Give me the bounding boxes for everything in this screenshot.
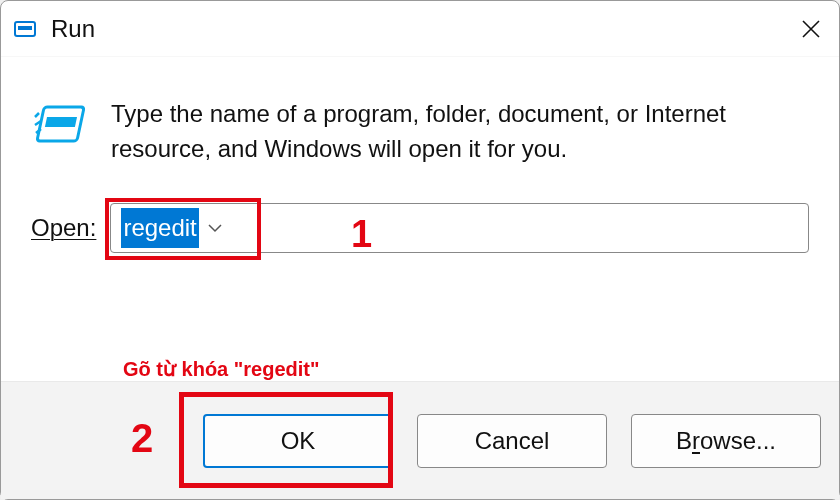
combo-wrapper: regedit [110, 203, 809, 253]
svg-rect-3 [45, 117, 77, 127]
open-input-selected-text[interactable]: regedit [121, 208, 198, 248]
browse-button-label: Browse... [676, 427, 776, 455]
browse-button[interactable]: Browse... [631, 414, 821, 468]
dialog-title: Run [51, 15, 827, 43]
run-dialog: Run Type the name of a program, folder, … [0, 0, 840, 500]
run-icon [31, 103, 87, 147]
dialog-content: Type the name of a program, folder, docu… [1, 57, 839, 381]
chevron-down-icon[interactable] [207, 219, 223, 237]
close-button[interactable] [789, 7, 833, 51]
open-combobox[interactable]: regedit [110, 203, 809, 253]
annotation-callout-2: 2 [131, 416, 153, 461]
ok-button[interactable]: OK [203, 414, 393, 468]
svg-rect-1 [18, 26, 32, 30]
annotation-hint: Gõ từ khóa "regedit" [123, 357, 319, 381]
cancel-button[interactable]: Cancel [417, 414, 607, 468]
titlebar: Run [1, 1, 839, 57]
annotation-callout-1: 1 [351, 213, 372, 256]
run-title-icon [13, 17, 37, 41]
dialog-footer: OK Cancel Browse... [1, 381, 839, 499]
cancel-button-label: Cancel [475, 427, 550, 455]
description-row: Type the name of a program, folder, docu… [31, 97, 809, 167]
ok-button-label: OK [281, 427, 316, 455]
open-row: Open: regedit [31, 203, 809, 253]
open-label: Open: [31, 214, 96, 242]
close-icon [799, 17, 823, 41]
description-text: Type the name of a program, folder, docu… [111, 97, 809, 167]
